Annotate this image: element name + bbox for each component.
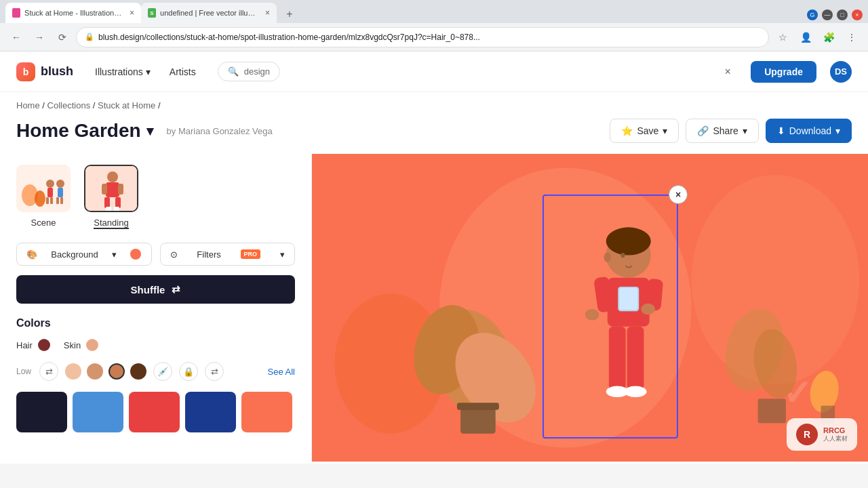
breadcrumb-home[interactable]: Home <box>16 100 40 110</box>
svg-point-2 <box>35 190 45 207</box>
skin-swatch-3[interactable] <box>108 363 125 380</box>
background-label: Background <box>51 249 98 260</box>
tab-1-favicon <box>12 8 20 18</box>
standing-label: Standing <box>94 218 128 229</box>
filter-row: 🎨 Background ▾ ⊙ Filters PRO ▾ <box>16 243 295 266</box>
app-header: b blush Illustrations ▾ Artists 🔍 design… <box>0 52 868 92</box>
bookmark-icon[interactable]: ☆ <box>773 28 792 47</box>
shuffle-label: Shuffle <box>131 284 165 296</box>
svg-rect-27 <box>460 405 496 433</box>
selection-box[interactable]: × <box>542 195 678 439</box>
svg-rect-15 <box>115 197 121 208</box>
close-window-icon[interactable]: × <box>852 9 863 20</box>
breadcrumb-sep-1: / <box>42 100 47 110</box>
background-filter-button[interactable]: 🎨 Background ▾ <box>16 243 152 266</box>
new-tab-button[interactable]: + <box>281 5 298 23</box>
randomize-skin-button[interactable]: ⇄ <box>39 362 58 381</box>
page-title[interactable]: Home Garden ▾ <box>16 120 153 142</box>
profile-icon[interactable]: G <box>807 9 818 20</box>
close-search-button[interactable]: × <box>718 62 737 81</box>
svg-rect-18 <box>106 207 111 211</box>
svg-rect-13 <box>106 182 119 197</box>
svg-rect-10 <box>60 197 63 204</box>
logo[interactable]: b blush <box>16 62 73 81</box>
skin-swatch-4[interactable] <box>130 363 146 380</box>
reload-button[interactable]: ⟳ <box>53 28 72 47</box>
colors-section-title: Colors <box>16 317 295 329</box>
upgrade-button[interactable]: Upgrade <box>751 61 816 83</box>
lock-skin-icon[interactable]: 🔒 <box>179 362 198 381</box>
breadcrumb-stuck-at-home[interactable]: Stuck at Home <box>98 100 155 110</box>
svg-rect-6 <box>50 197 53 204</box>
background-chevron: ▾ <box>112 249 117 260</box>
address-bar[interactable]: 🔒 blush.design/collections/stuck-at-home… <box>76 27 769 47</box>
tab-2-close[interactable]: × <box>265 8 270 18</box>
breadcrumb-sep-2: / <box>93 100 98 110</box>
color-attrs: Hair Skin <box>16 339 295 351</box>
strip-item-5[interactable] <box>241 392 292 432</box>
share-button[interactable]: 🔗 Share ▾ <box>686 119 758 143</box>
maximize-icon[interactable]: □ <box>837 9 848 20</box>
pro-badge: PRO <box>241 249 261 259</box>
extensions-icon[interactable]: 🧩 <box>819 28 838 47</box>
hair-attr: Hair <box>16 339 50 351</box>
svg-rect-8 <box>58 188 63 197</box>
svg-point-12 <box>107 171 118 182</box>
address-text: blush.design/collections/stuck-at-home/s… <box>98 33 480 42</box>
share-icon: 🔗 <box>697 125 709 136</box>
more-options-icon[interactable]: ⋮ <box>842 28 861 47</box>
share-chevron: ▾ <box>743 125 747 136</box>
tabs-bar: Stuck at Home - Illustration by M... × S… <box>0 0 868 23</box>
profile-button[interactable]: 👤 <box>796 28 815 47</box>
breadcrumb-collections[interactable]: Collections <box>47 100 91 110</box>
svg-rect-16 <box>102 184 107 195</box>
breadcrumb: Home / Collections / Stuck at Home / <box>0 92 868 115</box>
tab-1-label: Stuck at Home - Illustration by M... <box>24 9 123 17</box>
strip-item-2[interactable] <box>73 392 123 432</box>
illus-type-scene[interactable]: Scene <box>16 165 71 229</box>
avatar[interactable]: DS <box>830 61 852 83</box>
tab-2-label: undefined | Free vector illustratio... <box>160 9 258 17</box>
svg-rect-5 <box>46 197 49 204</box>
forward-button[interactable]: → <box>30 28 49 47</box>
hair-color-dot[interactable] <box>38 339 50 351</box>
sidebar: Scene <box>0 154 312 462</box>
nav-illustrations[interactable]: Illustrations ▾ <box>87 62 159 81</box>
background-icon: 🎨 <box>26 249 37 260</box>
illustration-types: Scene <box>16 165 295 229</box>
save-button[interactable]: ⭐ Save ▾ <box>610 119 679 143</box>
tab-1-close[interactable]: × <box>130 8 134 18</box>
save-chevron: ▾ <box>663 125 667 136</box>
skin-swatch-1[interactable] <box>65 363 81 380</box>
skin-swatch-2[interactable] <box>87 363 103 380</box>
minimize-icon[interactable]: — <box>822 9 833 20</box>
corner-logo-text: RRCG 人人素材 <box>823 426 848 443</box>
title-actions: ⭐ Save ▾ 🔗 Share ▾ ⬇ Download ▾ <box>610 119 852 143</box>
see-all-button[interactable]: See All <box>268 367 295 377</box>
download-button[interactable]: ⬇ Download ▾ <box>766 119 852 143</box>
share-label: Share <box>713 125 738 136</box>
artists-label: Artists <box>170 66 196 77</box>
background-color-dot <box>130 249 141 260</box>
filters-button[interactable]: ⊙ Filters PRO ▾ <box>160 243 296 266</box>
strip-item-1[interactable] <box>16 392 67 432</box>
search-bar[interactable]: 🔍 design <box>218 62 280 81</box>
nav-artists[interactable]: Artists <box>161 62 204 81</box>
link-skin-icon[interactable]: ⇄ <box>205 362 224 381</box>
shuffle-button[interactable]: Shuffle ⇄ <box>16 275 295 304</box>
selection-close-button[interactable]: × <box>669 185 688 204</box>
strip-item-4[interactable] <box>185 392 236 432</box>
tab-1[interactable]: Stuck at Home - Illustration by M... × <box>5 3 141 23</box>
eyedropper-icon[interactable]: 💉 <box>153 362 172 381</box>
skin-color-dot[interactable] <box>86 339 98 351</box>
svg-rect-17 <box>118 184 123 195</box>
svg-rect-14 <box>104 197 110 208</box>
tab-2[interactable]: S undefined | Free vector illustratio...… <box>141 3 277 23</box>
back-button[interactable]: ← <box>7 28 26 47</box>
corner-logo-icon: R <box>796 424 818 445</box>
hair-label: Hair <box>16 340 33 350</box>
strip-item-3[interactable] <box>129 392 180 432</box>
scene-thumb <box>16 165 71 212</box>
canvas-area[interactable]: ✓ <box>312 154 868 462</box>
illus-type-standing[interactable]: Standing <box>84 165 138 229</box>
